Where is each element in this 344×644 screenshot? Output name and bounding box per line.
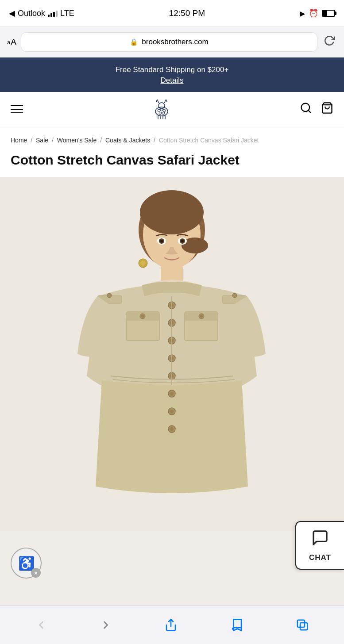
product-image-section: ♿ × CHAT [0,177,344,605]
lock-icon: 🔒 [130,38,138,46]
font-small-a: a [7,39,10,46]
svg-point-47 [107,293,112,298]
svg-point-34 [200,315,203,318]
search-icon[interactable] [300,102,312,117]
url-text: brooksbrothers.com [142,38,208,46]
bookmarks-button[interactable] [227,615,247,635]
svg-line-7 [156,100,157,102]
breadcrumb: Home / Sale / Women's Sale / Coats & Jac… [0,127,344,149]
nav-bar [0,92,344,127]
svg-line-8 [164,100,166,103]
promo-link[interactable]: Details [9,76,335,85]
product-title: Cotton Stretch Canvas Safari Jacket [11,152,333,168]
breadcrumb-womens-sale[interactable]: Women's Sale [57,137,97,144]
accessibility-icon: ♿ [18,556,35,571]
svg-rect-66 [300,623,307,630]
network-type: LTE [60,9,74,18]
breadcrumb-text: Home / Sale / Women's Sale / Coats & Jac… [11,135,333,145]
signal-bar-3 [53,12,55,17]
url-bar[interactable]: 🔒 brooksbrothers.com [21,32,317,52]
phone-frame: ◀ Outlook LTE 12:50 PM ▶ ⏰ a A [0,0,344,644]
product-title-section: Cotton Stretch Canvas Safari Jacket [0,149,344,177]
forward-button[interactable] [96,615,116,635]
battery-icon [322,10,335,17]
svg-rect-65 [298,620,305,627]
promo-banner: Free Standard Shipping on $200+ Details [0,58,344,92]
breadcrumb-home[interactable]: Home [11,137,27,144]
breadcrumb-sale[interactable]: Sale [36,137,48,144]
accessibility-close-button[interactable]: × [31,568,41,578]
accessibility-button[interactable]: ♿ × [11,548,42,579]
breadcrumb-sep-3: / [100,137,104,144]
hamburger-line-3 [11,112,23,113]
breadcrumb-current: Cotton Stretch Canvas Safari Jacket [159,137,259,144]
svg-line-16 [308,110,310,112]
svg-point-10 [158,109,160,112]
svg-point-30 [141,315,144,318]
battery-fill [323,11,327,16]
svg-point-51 [170,392,174,395]
breadcrumb-sep-1: / [31,137,34,144]
brand-logo[interactable] [146,94,177,125]
promo-text: Free Standard Shipping on $200+ [116,65,229,74]
svg-point-1 [158,103,165,109]
hamburger-line-2 [11,109,23,110]
svg-point-49 [232,293,237,298]
svg-point-53 [170,410,174,413]
font-big-a: A [11,37,16,47]
chat-label: CHAT [309,553,331,562]
carrier-info: ◀ Outlook LTE [9,8,74,18]
signal-bars [48,10,58,17]
back-button[interactable] [31,615,51,635]
svg-point-12 [163,109,166,112]
svg-point-14 [162,112,165,115]
svg-point-60 [160,240,163,242]
signal-bar-4 [56,11,58,17]
signal-bar-1 [48,15,50,17]
location-icon: ▶ [300,9,305,18]
status-right: ▶ ⏰ [300,8,335,18]
alarm-icon: ⏰ [309,8,318,18]
svg-point-13 [159,112,162,115]
tabs-button[interactable] [292,615,313,635]
signal-bar-2 [50,13,52,17]
bottom-toolbar [0,605,344,644]
chat-icon [311,529,329,551]
status-bar: ◀ Outlook LTE 12:50 PM ▶ ⏰ [0,0,344,27]
font-size-button[interactable]: a A [7,37,16,47]
breadcrumb-sep-4: / [154,137,157,144]
breadcrumb-coats-jackets[interactable]: Coats & Jackets [105,137,150,144]
share-button[interactable] [161,615,181,635]
nav-icons [300,102,333,117]
svg-line-6 [157,100,159,103]
svg-point-63 [181,240,184,242]
close-icon: × [34,570,38,576]
chat-button[interactable]: CHAT [295,521,344,570]
product-image [0,177,344,531]
back-arrow-icon: ◀ [9,8,15,18]
svg-point-57 [140,261,146,266]
browser-bar: a A 🔒 brooksbrothers.com [0,27,344,58]
menu-button[interactable] [11,105,23,113]
carrier-name: Outlook [18,9,45,18]
reload-button[interactable] [322,33,337,51]
svg-point-21 [140,190,204,234]
cart-icon[interactable] [321,102,333,117]
hamburger-line-1 [11,105,23,106]
status-time: 12:50 PM [169,8,205,18]
svg-point-55 [170,427,174,431]
svg-line-9 [166,100,167,102]
breadcrumb-sep-2: / [52,137,55,144]
